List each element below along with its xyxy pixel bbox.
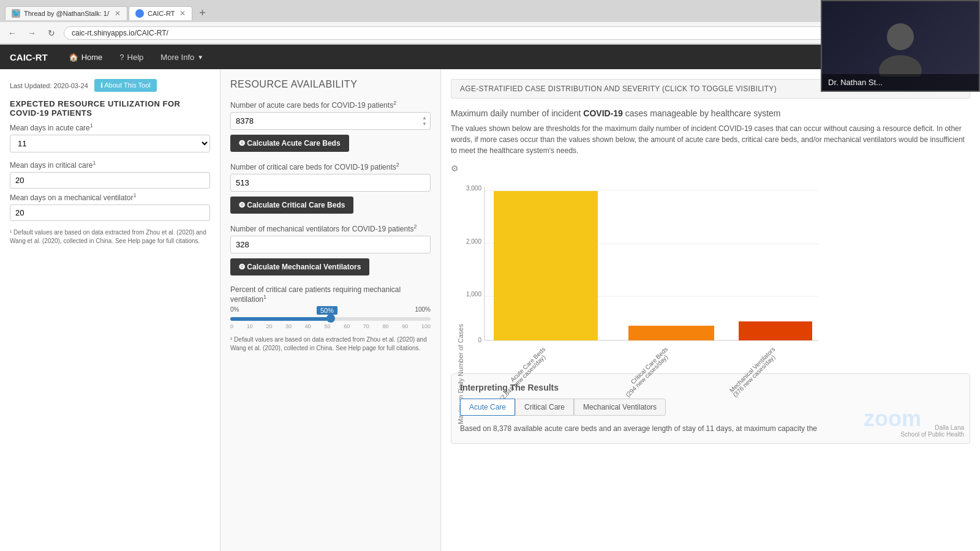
acute-beds-label: Number of acute care beds for COVID-19 p… (230, 100, 431, 110)
ventilation-slider-section: Percent of critical care patients requir… (230, 285, 431, 329)
ventilators-section: Number of mechanical ventilators for COV… (230, 223, 431, 276)
chart-description: The values shown below are thresholds fo… (451, 123, 970, 156)
slider-track[interactable] (230, 317, 431, 321)
right-panel: Age-stratified Case Distribution and Sev… (441, 69, 980, 551)
slider-ticks: 0 10 20 30 40 50 60 70 80 90 100 (230, 323, 431, 329)
ventilators-label: Number of mechanical ventilators for COV… (230, 223, 431, 233)
nav-help[interactable]: ? Help (111, 48, 152, 67)
slider-thumb[interactable] (326, 314, 335, 323)
slider-max-label: 100% (415, 306, 431, 315)
ventilators-input[interactable] (230, 236, 431, 253)
tab-close-2[interactable]: ✕ (179, 9, 186, 18)
chart-settings-icon[interactable]: ⚙ (451, 163, 970, 173)
back-button[interactable]: ← (5, 26, 20, 40)
nav-home-label: Home (81, 53, 103, 62)
critical-beds-label: Number of critical care beds for COVID-1… (230, 162, 431, 171)
bar-acute (494, 191, 598, 340)
acute-beds-input[interactable] (230, 112, 431, 130)
critical-care-days-label: Mean days in critical care1 (10, 160, 210, 170)
critical-beds-input-wrap (230, 174, 431, 192)
new-tab-button[interactable]: + (194, 6, 211, 20)
person-silhouette (870, 15, 931, 77)
nav-more-info-label: More Info (160, 53, 194, 62)
svg-point-1 (879, 55, 922, 77)
tab-label-2: CAIC-RT (148, 10, 175, 17)
nav-home[interactable]: 🏠 Home (60, 48, 111, 67)
nav-help-label: Help (127, 53, 144, 62)
critical-care-days-field: Mean days in critical care1 (10, 160, 210, 192)
slider-value: 50% (317, 306, 337, 315)
chart-title-highlight: COVID-19 (583, 108, 623, 118)
video-overlay: Dr. Nathan St... (821, 0, 980, 92)
slider-fill (230, 317, 331, 321)
critical-beds-input[interactable] (230, 174, 431, 192)
acute-care-days-label: Mean days in acute care1 (10, 122, 210, 132)
critical-care-days-input[interactable] (10, 172, 210, 189)
dropdown-chevron-icon: ▼ (197, 54, 203, 61)
acute-care-days-field: Mean days in acute care1 11 12 14 (10, 122, 210, 160)
middle-footnote: ¹ Default values are based on data extra… (230, 335, 431, 353)
slider-min-label: 0% (230, 306, 239, 315)
ventilator-days-field: Mean days on a mechanical ventilator1 (10, 192, 210, 225)
app-brand: CAIC-RT (10, 52, 48, 62)
video-label: Dr. Nathan St... (822, 74, 979, 91)
calculate-ventilators-button[interactable]: ⚙ ⚙ Calculate Mechanical Ventilators (230, 258, 369, 276)
results-title: Interpreting the Results (460, 383, 961, 392)
slider-labels: 0% 50% 100% (230, 306, 431, 315)
left-footnote: ¹ Default values are based on data extra… (10, 228, 210, 246)
slider-container: 0% 50% 100% 0 10 20 30 40 50 60 70 (230, 306, 431, 329)
app-body: Last Updated: 2020-03-24 ℹ About This To… (0, 69, 980, 551)
middle-panel: Resource Availability Number of acute ca… (221, 69, 441, 551)
tab-acute-care[interactable]: Acute Care (460, 399, 515, 416)
y-tick-3000: 3,000 (466, 185, 481, 192)
calculate-acute-beds-button[interactable]: ⚙ ⚙ Calculate Acute Care Beds (230, 135, 349, 152)
y-tick-1000: 1,000 (466, 291, 481, 298)
about-button[interactable]: ℹ About This Tool (94, 79, 157, 92)
spinner-down[interactable]: ▼ (422, 121, 427, 127)
critical-beds-section: Number of critical care beds for COVID-1… (230, 162, 431, 214)
bar-critical (628, 326, 714, 340)
ventilator-days-label: Mean days on a mechanical ventilator1 (10, 192, 210, 202)
last-updated-text: Last Updated: 2020-03-24 (10, 82, 88, 89)
svg-point-0 (887, 23, 914, 50)
spinner-up[interactable]: ▲ (422, 115, 427, 121)
tab-label-1: Thread by @NathanStalk: 1/7 W... (24, 10, 110, 17)
left-section-title: Expected Resource Utilization for COVID-… (10, 99, 210, 118)
chart-section: Maximum daily number of incident COVID-1… (451, 108, 970, 364)
resource-title: Resource Availability (230, 79, 431, 90)
chart-title-suffix: cases manageable by healthcare system (625, 108, 781, 118)
tab-critical-care[interactable]: Critical Care (515, 399, 574, 416)
refresh-button[interactable]: ↻ (44, 26, 59, 40)
acute-beds-section: Number of acute care beds for COVID-19 p… (230, 100, 431, 152)
help-icon: ? (119, 53, 124, 62)
ventilators-input-wrap (230, 236, 431, 253)
browser-tab-1[interactable]: 🐦 Thread by @NathanStalk: 1/7 W... ✕ (5, 6, 127, 20)
bar-chart: Maximum Daily Number of Cases 3,000 2,00… (451, 178, 843, 362)
ventilator-days-input[interactable] (10, 204, 210, 221)
y-tick-0: 0 (478, 337, 481, 343)
nav-more-info[interactable]: More Info ▼ (152, 48, 212, 67)
forward-button[interactable]: → (24, 26, 39, 40)
acute-beds-input-wrap: ▲ ▼ (230, 112, 431, 130)
last-updated-bar: Last Updated: 2020-03-24 ℹ About This To… (10, 79, 210, 92)
home-icon: 🏠 (69, 53, 78, 62)
acute-care-days-select[interactable]: 11 12 14 (10, 135, 210, 152)
y-tick-2000: 2,000 (466, 238, 481, 245)
left-panel: Last Updated: 2020-03-24 ℹ About This To… (0, 69, 221, 551)
chart-title: Maximum daily number of incident COVID-1… (451, 108, 970, 118)
tab-favicon-1: 🐦 (12, 9, 20, 18)
bar-ventilators (739, 321, 812, 340)
dalla-logo: Dalla LanaSchool of Public Health (901, 424, 964, 438)
tab-close-1[interactable]: ✕ (115, 9, 121, 18)
tab-mechanical-ventilators[interactable]: Mechanical Ventilators (574, 399, 666, 416)
calculate-critical-beds-button[interactable]: ⚙ ⚙ Calculate Critical Care Beds (230, 197, 353, 214)
browser-tab-2[interactable]: CAIC-RT ✕ (129, 6, 192, 20)
tab-favicon-2 (135, 9, 144, 18)
acute-beds-spinner[interactable]: ▲ ▼ (422, 115, 427, 127)
chart-title-prefix: Maximum daily number of incident (451, 108, 581, 118)
ventilation-slider-label: Percent of critical care patients requir… (230, 285, 431, 304)
